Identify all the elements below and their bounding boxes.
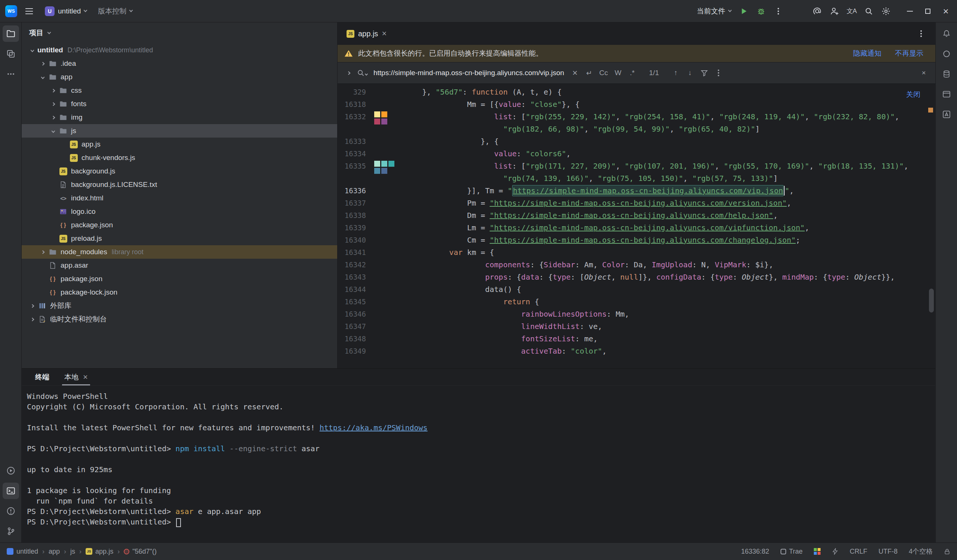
chevron-right-icon[interactable]: [48, 103, 58, 106]
code-line[interactable]: 16332 list: ["rgb(255, 229, 142)", "rgb(…: [338, 110, 935, 123]
search-icon[interactable]: [355, 69, 369, 77]
code-line[interactable]: 16340 Cm = "https://simple-mind-map.oss-…: [338, 234, 935, 246]
close-search-button[interactable]: ×: [918, 66, 930, 80]
color-swatch[interactable]: [388, 161, 395, 167]
close-terminal-tab-icon[interactable]: ×: [83, 373, 88, 381]
code-line[interactable]: 16347 lineWidthList: ve,: [338, 320, 935, 333]
project-panel-header[interactable]: 项目: [22, 22, 337, 43]
chevron-right-icon[interactable]: [27, 304, 37, 307]
breadcrumb-item[interactable]: app: [49, 548, 60, 555]
ai-assistant-toolwindow-button[interactable]: [938, 46, 955, 62]
tree-item-fonts[interactable]: fonts: [22, 97, 337, 110]
notifications-button[interactable]: [938, 25, 955, 42]
code-line[interactable]: 16337 Pm = "https://simple-mind-map.oss-…: [338, 197, 935, 209]
tree-item-.idea[interactable]: .idea: [22, 57, 337, 70]
tree-item-index.html[interactable]: <>index.html: [22, 191, 337, 205]
power-save-widget[interactable]: [832, 548, 839, 555]
run-toolwindow-button[interactable]: [3, 462, 19, 479]
tree-item-package-lock.json[interactable]: { }package-lock.json: [22, 286, 337, 299]
translation-toolwindow-button[interactable]: [938, 106, 955, 123]
editor-tab-options-button[interactable]: [913, 25, 929, 42]
tree-item-package.json[interactable]: { }package.json: [22, 218, 337, 232]
expand-replace-chevron-icon[interactable]: [343, 72, 354, 74]
more-toolwindows-button[interactable]: [3, 66, 19, 82]
editor-close-link[interactable]: 关闭: [906, 88, 921, 101]
project-widget[interactable]: U untitled: [41, 4, 90, 18]
color-swatch[interactable]: [374, 111, 380, 117]
code-line[interactable]: 16346 rainbowLinesOptions: Mm,: [338, 308, 935, 320]
database-toolwindow-button[interactable]: [938, 66, 955, 82]
debug-button[interactable]: [753, 3, 769, 19]
tree-item--[interactable]: 临时文件和控制台: [22, 312, 337, 326]
run-button[interactable]: [736, 3, 752, 19]
chevron-right-icon[interactable]: [37, 62, 48, 65]
tree-item-app[interactable]: app: [22, 70, 337, 84]
tree-item-app.asar[interactable]: app.asar: [22, 259, 337, 272]
code-line[interactable]: 16335 list: ["rgb(171, 227, 209)", "rgb(…: [338, 160, 935, 172]
terminal-link[interactable]: https://aka.ms/PSWindows: [320, 423, 428, 432]
code-line[interactable]: 16345 return {: [338, 296, 935, 308]
close-window-button[interactable]: ×: [937, 3, 955, 20]
tree-item--[interactable]: 外部库: [22, 299, 337, 312]
editor-tab-appjs[interactable]: JS app.js ×: [344, 22, 389, 45]
tree-item-css[interactable]: css: [22, 84, 337, 97]
vcs-widget[interactable]: 版本控制: [94, 4, 136, 18]
file-encoding-widget[interactable]: UTF-8: [878, 548, 897, 555]
search-options-button[interactable]: [712, 66, 725, 80]
chevron-down-icon[interactable]: [27, 49, 37, 52]
color-swatch[interactable]: [381, 111, 387, 117]
code-line[interactable]: 16336 }], Tm = "https://simple-mind-map.…: [338, 185, 935, 197]
tree-item-background.js.LICENSE.txt[interactable]: background.js.LICENSE.txt: [22, 178, 337, 191]
code-line[interactable]: 16333 }, {: [338, 135, 935, 148]
readonly-lock-widget[interactable]: [944, 548, 950, 555]
code-line[interactable]: 16348 fontSizeList: me,: [338, 333, 935, 345]
tree-item-background.js[interactable]: JSbackground.js: [22, 164, 337, 178]
line-separator-widget[interactable]: CRLF: [850, 548, 867, 555]
code-line[interactable]: "rgb(182, 66, 98)", "rgb(99, 54, 99)", "…: [338, 123, 935, 135]
code-line[interactable]: 16341 var km = {: [338, 246, 935, 259]
color-swatch[interactable]: [381, 161, 387, 167]
terminal-toolwindow-button[interactable]: [3, 483, 19, 499]
match-case-toggle[interactable]: Cc: [597, 66, 610, 80]
caret-position[interactable]: 16336:82: [741, 548, 769, 555]
main-menu-button[interactable]: [21, 3, 37, 19]
code-line[interactable]: 329 }, "56d7": function (A, t, e) {: [338, 86, 935, 98]
code-with-me-button[interactable]: [826, 3, 843, 19]
terminal-title[interactable]: 终端: [35, 372, 49, 382]
regex-toggle[interactable]: .*: [626, 66, 638, 80]
tree-item-preload.js[interactable]: JSpreload.js: [22, 232, 337, 245]
code-line[interactable]: 16318 Mm = [{value: "close"}, {: [338, 98, 935, 110]
translate-button[interactable]: 文A: [843, 3, 860, 19]
newline-toggle[interactable]: ↵: [583, 66, 595, 80]
tree-item-app.js[interactable]: JSapp.js: [22, 137, 337, 151]
hide-notification-link[interactable]: 隐藏通知: [853, 49, 881, 58]
trae-widget[interactable]: Trae: [780, 548, 802, 555]
terminal-tab-local[interactable]: 本地 ×: [64, 369, 88, 385]
code-line[interactable]: 16342 components: {Sidebar: Am, Color: D…: [338, 259, 935, 271]
tree-item-package.json[interactable]: { }package.json: [22, 272, 337, 286]
code-line[interactable]: 16334 value: "colors6",: [338, 148, 935, 160]
ui-toolwindow-button[interactable]: [938, 86, 955, 103]
ai-assistant-button[interactable]: [809, 3, 826, 19]
code-editor[interactable]: 329 }, "56d7": function (A, t, e) {16318…: [338, 84, 935, 368]
tree-item-js[interactable]: js: [22, 124, 337, 137]
problems-toolwindow-button[interactable]: [3, 503, 19, 519]
scrollbar-thumb[interactable]: [929, 289, 934, 312]
chevron-right-icon[interactable]: [48, 116, 58, 119]
tree-item-logo.ico[interactable]: logo.ico: [22, 205, 337, 218]
chevron-down-icon[interactable]: [48, 130, 58, 133]
maximize-button[interactable]: [919, 3, 937, 20]
chevron-right-icon[interactable]: [48, 89, 58, 92]
words-toggle[interactable]: W: [611, 66, 624, 80]
code-line[interactable]: 16344 data() {: [338, 283, 935, 296]
chevron-right-icon[interactable]: [37, 251, 48, 254]
commit-toolwindow-button[interactable]: [3, 46, 19, 62]
chevron-right-icon[interactable]: [27, 318, 37, 321]
breadcrumb-item[interactable]: JSapp.js: [85, 548, 113, 555]
settings-button[interactable]: [878, 3, 894, 19]
project-toolwindow-button[interactable]: [3, 25, 19, 42]
code-line[interactable]: "rgb(74, 139, 166)", "rgb(75, 105, 150)"…: [338, 172, 935, 185]
clear-search-icon[interactable]: ×: [569, 68, 581, 78]
breadcrumb-item[interactable]: "56d7"(): [124, 548, 156, 555]
terminal-output[interactable]: Windows PowerShellCopyright (C) Microsof…: [22, 386, 935, 543]
